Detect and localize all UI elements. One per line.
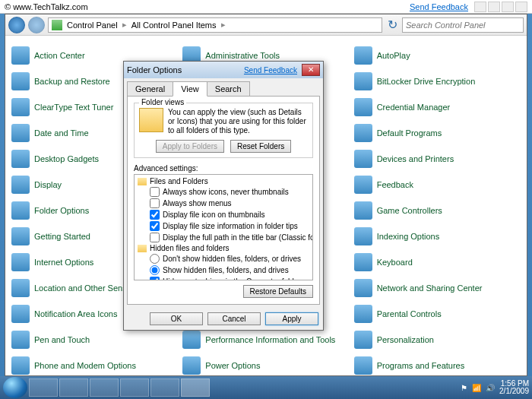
tree-row[interactable]: Display the full path in the title bar (… xyxy=(136,232,311,243)
dialog-feedback-link[interactable]: Send Feedback xyxy=(244,66,297,74)
cp-item-icon xyxy=(182,331,201,349)
tree-row[interactable]: Hide empty drives in the Computer folder xyxy=(136,276,311,280)
feedback-link[interactable]: Send Feedback xyxy=(410,2,468,11)
tree-row[interactable]: Display file size information in folder … xyxy=(136,220,311,232)
cp-item-icon xyxy=(11,150,30,168)
task-app1-icon[interactable] xyxy=(120,378,149,397)
tree-row[interactable]: Display file icon on thumbnails xyxy=(136,209,311,220)
checkbox-input[interactable] xyxy=(150,187,160,197)
breadcrumb[interactable]: Control Panel ▸ All Control Panel Items … xyxy=(48,17,382,33)
watermark-site: © www.TechTalkz.com xyxy=(5,2,88,11)
home-icon[interactable] xyxy=(474,2,486,12)
cp-item[interactable]: Devices and Printers xyxy=(354,147,521,171)
checkbox-input[interactable] xyxy=(150,277,160,280)
cp-item[interactable]: Phone and Modem Options xyxy=(11,353,178,375)
cp-item-icon xyxy=(354,150,372,168)
cp-item-icon xyxy=(11,279,30,297)
cp-item[interactable]: Personalization xyxy=(354,328,521,352)
tree-row-label: Show hidden files, folders, and drives xyxy=(163,266,289,274)
cp-item-label: Credential Manager xyxy=(377,103,451,112)
task-media-icon[interactable] xyxy=(90,378,119,397)
cp-item-label: Power Options xyxy=(205,361,260,370)
cp-item[interactable]: Default Programs xyxy=(354,121,521,145)
checkbox-input[interactable] xyxy=(150,221,160,231)
forward-button[interactable] xyxy=(28,17,45,33)
cp-item[interactable]: BitLocker Drive Encryption xyxy=(354,69,521,93)
cp-item[interactable]: AutoPlay xyxy=(354,43,521,68)
cp-item-icon xyxy=(11,124,30,142)
ok-button[interactable]: OK xyxy=(150,312,203,325)
reset-folders-button[interactable]: Reset Folders xyxy=(230,140,291,153)
tray-clock[interactable]: 1:56 PM 2/1/2009 xyxy=(499,380,529,395)
dialog-titlebar[interactable]: Folder Options Send Feedback ✕ xyxy=(124,62,323,78)
tree-row[interactable]: Always show icons, never thumbnails xyxy=(136,186,311,198)
task-app2-icon[interactable] xyxy=(150,378,179,397)
tree-row[interactable]: Show hidden files, folders, and drives xyxy=(136,264,311,276)
cp-item-label: Internet Options xyxy=(34,258,93,267)
crumb-1[interactable]: All Control Panel Items xyxy=(128,21,220,30)
cp-item[interactable]: Power Options xyxy=(182,353,349,375)
task-ie-icon[interactable] xyxy=(29,378,58,397)
tray-network-icon[interactable]: 📶 xyxy=(472,384,481,392)
cp-item-label: Date and Time xyxy=(34,128,89,138)
task-folder-icon[interactable] xyxy=(181,378,210,397)
cancel-button[interactable]: Cancel xyxy=(207,312,261,325)
checkbox-input[interactable] xyxy=(150,233,160,242)
checkbox-input[interactable] xyxy=(150,210,160,220)
apply-button[interactable]: Apply xyxy=(265,312,318,325)
tree-row[interactable]: Don't show hidden files, folders, or dri… xyxy=(136,253,311,264)
tab-view[interactable]: View xyxy=(173,81,207,97)
tree-row[interactable]: Always show menus xyxy=(136,198,311,209)
system-tray[interactable]: ⚑ 📶 🔊 1:56 PM 2/1/2009 xyxy=(461,380,529,395)
cp-item[interactable]: Credential Manager xyxy=(354,95,521,119)
tab-general[interactable]: General xyxy=(127,81,173,97)
cp-item-icon xyxy=(354,331,372,349)
restore-defaults-button[interactable]: Restore Defaults xyxy=(243,285,313,298)
apply-to-folders-button[interactable]: Apply to Folders xyxy=(156,140,224,153)
cp-item-label: Devices and Printers xyxy=(377,154,454,163)
cp-item[interactable]: Parental Controls xyxy=(354,302,521,326)
tree-row-label: Don't show hidden files, folders, or dri… xyxy=(163,255,301,263)
folder-views-label: Folder views xyxy=(139,98,186,106)
chevron-right-icon: ▸ xyxy=(221,20,226,30)
tray-volume-icon[interactable]: 🔊 xyxy=(486,384,495,392)
task-explorer-icon[interactable] xyxy=(59,378,88,397)
start-button[interactable] xyxy=(3,377,27,398)
back-button[interactable] xyxy=(8,17,25,33)
cp-item[interactable]: Performance Information and Tools xyxy=(182,328,349,352)
ie-toolbar-icons xyxy=(474,2,527,12)
cp-item[interactable]: Programs and Features xyxy=(354,353,521,375)
radio-input[interactable] xyxy=(150,254,160,264)
dialog-title: Folder Options xyxy=(127,65,182,74)
cp-item-label: Programs and Features xyxy=(377,361,465,370)
tree-row-label: Display the full path in the title bar (… xyxy=(163,233,313,242)
cp-item-label: Desktop Gadgets xyxy=(34,154,99,163)
crumb-0[interactable]: Control Panel xyxy=(64,21,121,30)
close-button[interactable]: ✕ xyxy=(302,64,320,76)
cp-item-icon xyxy=(11,227,30,245)
cp-item-label: AutoPlay xyxy=(377,51,410,60)
search-input[interactable] xyxy=(402,17,524,33)
checkbox-input[interactable] xyxy=(150,198,160,208)
print-icon[interactable] xyxy=(515,2,527,12)
cp-item[interactable]: Game Controllers xyxy=(354,198,521,223)
cp-item[interactable]: Network and Sharing Center xyxy=(354,276,521,300)
folder-icon xyxy=(52,20,62,30)
cp-item[interactable]: Keyboard xyxy=(354,250,521,274)
tree-row-label: Display file icon on thumbnails xyxy=(163,211,265,219)
taskbar[interactable]: ⚑ 📶 🔊 1:56 PM 2/1/2009 xyxy=(0,376,532,399)
mail-icon[interactable] xyxy=(502,2,514,12)
cp-item-label: Default Programs xyxy=(377,128,442,138)
refresh-icon[interactable]: ↻ xyxy=(385,17,399,32)
cp-item[interactable]: Indexing Options xyxy=(354,224,521,249)
cp-item-icon xyxy=(354,227,372,245)
advanced-settings-tree[interactable]: Files and FoldersAlways show icons, neve… xyxy=(134,174,313,280)
feeds-icon[interactable] xyxy=(488,2,500,12)
advanced-settings-label: Advanced settings: xyxy=(134,164,313,173)
tab-search[interactable]: Search xyxy=(207,81,250,97)
radio-input[interactable] xyxy=(150,265,160,275)
cp-item[interactable]: Pen and Touch xyxy=(11,328,178,352)
tree-row: Files and Folders xyxy=(136,176,311,186)
cp-item[interactable]: Feedback xyxy=(354,173,521,197)
tray-flag-icon[interactable]: ⚑ xyxy=(461,384,467,392)
